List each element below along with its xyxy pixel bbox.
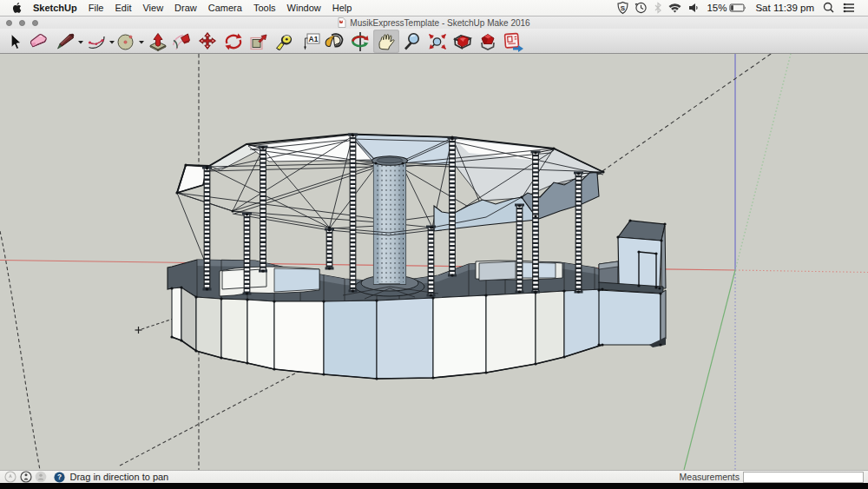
crosshair-cursor [135, 327, 142, 334]
spotlight-search-icon[interactable] [822, 1, 835, 15]
mast-1 [202, 167, 212, 291]
status-hint: Drag in direction to pan [70, 472, 169, 482]
battery-icon [729, 1, 747, 15]
measurements-input[interactable] [743, 472, 864, 483]
tool-sendtolayout-button[interactable] [501, 30, 525, 53]
help-icon[interactable]: ? [54, 472, 65, 483]
tool-rotate-button[interactable] [221, 30, 246, 53]
tool-tapemeasure-button[interactable] [273, 30, 297, 53]
svg-text:A1: A1 [309, 34, 319, 43]
menu-view[interactable]: View [137, 3, 169, 13]
arc-icon [86, 32, 115, 51]
menu-bar-clock[interactable]: Sat 11:39 pm [755, 3, 814, 13]
mast-4 [448, 137, 457, 277]
wall-panel [221, 299, 247, 363]
share-model-icon [477, 31, 498, 52]
sign-in-icon[interactable] [35, 471, 47, 483]
push-pull-icon [148, 31, 168, 52]
menu-help[interactable]: Help [326, 3, 358, 13]
guide-line-short [141, 319, 174, 330]
wall-panel [536, 291, 564, 364]
guide-line-diagonal [120, 357, 326, 466]
ticket-booth [599, 221, 666, 347]
booth-lower-front [599, 290, 661, 345]
shield-icon[interactable]: S [616, 1, 629, 15]
tool-getmodels-button[interactable] [450, 30, 475, 53]
zoom-icon [402, 31, 423, 52]
mast-5 [531, 151, 541, 294]
tool-text-button[interactable]: A1 [299, 30, 323, 53]
menu-tools[interactable]: Tools [247, 3, 281, 13]
musik-express-model[interactable] [168, 133, 667, 380]
wall-panel [324, 301, 377, 379]
inner-wall-blue [274, 268, 319, 292]
tool-orbit-button[interactable] [348, 30, 372, 53]
time-machine-icon[interactable] [634, 1, 648, 15]
drum-wall-panels [172, 287, 602, 379]
wall-panel [433, 295, 486, 378]
battery-percent: 15% [707, 3, 727, 13]
volume-icon[interactable] [687, 1, 700, 15]
window-title: MusikExpressTemplate - SketchUp Make 201… [350, 18, 529, 28]
column-shade-right [400, 160, 406, 284]
tool-zoomextents-button[interactable] [425, 30, 450, 53]
menu-file[interactable]: File [82, 3, 109, 13]
tool-pushpull-button[interactable] [146, 30, 170, 53]
wifi-icon[interactable] [667, 1, 682, 15]
green-axis-solid [684, 270, 735, 470]
model-viewport[interactable] [0, 54, 868, 470]
tool-move-button[interactable] [195, 30, 220, 53]
menu-window[interactable]: Window [281, 3, 326, 13]
tool-sharemodel-button[interactable] [476, 30, 500, 53]
menu-draw[interactable]: Draw [169, 3, 203, 13]
green-axis-dotted [735, 54, 791, 270]
red-axis-dotted [735, 270, 868, 273]
tool-zoom-button[interactable] [400, 30, 424, 53]
guide-line-roof [602, 54, 773, 171]
pan-hand-icon [376, 31, 397, 52]
move-icon [197, 31, 218, 52]
mast-3s [325, 228, 334, 270]
zoom-extents-icon [426, 31, 449, 52]
menu-edit[interactable]: Edit [109, 3, 137, 13]
mast-6 [574, 172, 583, 294]
guide-line-left [0, 231, 40, 470]
wall-panel [377, 298, 433, 379]
column-shade-left [374, 160, 379, 284]
tool-followme-button[interactable] [170, 30, 194, 53]
bluetooth-icon[interactable] [654, 1, 662, 15]
get-models-icon [452, 31, 473, 52]
tool-paintbucket-button[interactable] [322, 30, 346, 53]
screen-bottom-edge [0, 483, 868, 489]
scale-icon [247, 31, 268, 52]
wall-panel [247, 300, 274, 369]
booth-front [618, 237, 661, 288]
tool-circle-button[interactable] [115, 30, 145, 53]
rotate-icon [223, 32, 244, 51]
menu-camera[interactable]: Camera [202, 3, 247, 13]
ride-car-right [479, 261, 516, 281]
tool-scale-button[interactable] [246, 30, 270, 53]
apple-menu-icon[interactable] [12, 3, 22, 13]
circle-icon [115, 32, 145, 51]
mast-5s [515, 204, 524, 294]
mast-2 [259, 146, 268, 273]
claim-credit-icon[interactable] [20, 471, 32, 483]
tool-arc-button[interactable] [86, 30, 115, 53]
sketchup-toolbar: A1 [0, 29, 868, 54]
tool-line-button[interactable] [55, 30, 84, 53]
line-pencil-icon [55, 32, 84, 51]
3d-scene [0, 54, 868, 470]
tool-pan-button[interactable] [373, 30, 399, 53]
follow-me-icon [172, 31, 193, 52]
notification-center-icon[interactable] [842, 1, 856, 15]
status-bar: ? Drag in direction to pan Measurements [0, 470, 868, 483]
menu-sketchup[interactable]: SketchUp [28, 3, 83, 13]
window-title-bar[interactable]: MusikExpressTemplate - SketchUp Make 201… [0, 17, 868, 29]
macos-menu-bar: SketchUp File Edit View Draw Camera Tool… [0, 0, 868, 17]
tool-select-button[interactable] [3, 30, 27, 53]
document-icon [338, 17, 346, 28]
geolocate-icon[interactable] [4, 471, 16, 483]
booth-lower-side [661, 290, 666, 345]
tool-eraser-button[interactable] [26, 30, 50, 53]
